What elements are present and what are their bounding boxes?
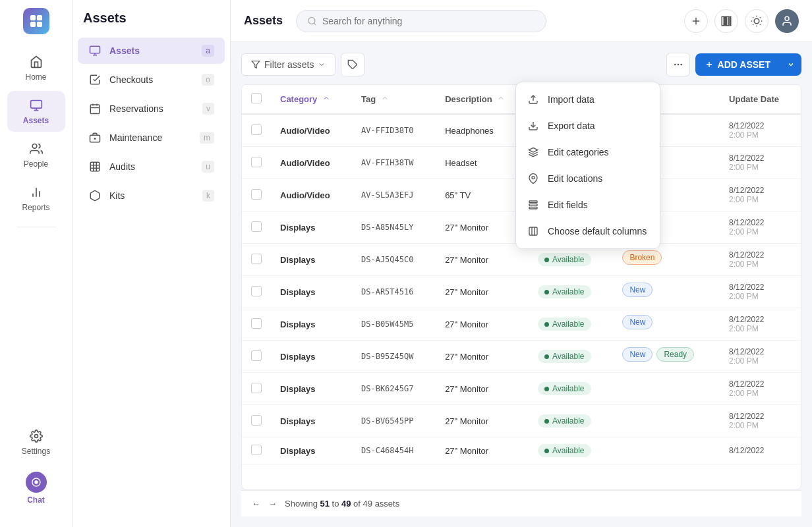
column-category[interactable]: Category <box>271 85 352 114</box>
app-logo <box>23 8 49 34</box>
column-update-date: Update Date <box>720 85 801 114</box>
row-checkbox[interactable] <box>251 157 262 167</box>
status-badge: Available <box>538 318 591 331</box>
chevron-down-icon <box>318 61 326 69</box>
settings-icon <box>28 428 44 444</box>
tag-button[interactable] <box>341 53 364 76</box>
row-checkbox-cell <box>242 211 271 244</box>
svg-point-45 <box>785 16 789 20</box>
add-asset-dropdown-button[interactable] <box>780 55 801 74</box>
row-checkbox[interactable] <box>251 383 262 393</box>
table-row[interactable]: Displays DS-BV6545PP 27" Monitor Availab… <box>242 405 801 437</box>
add-asset-button[interactable]: ADD ASSET <box>695 53 801 76</box>
sub-nav-audits[interactable]: Audits u <box>78 153 225 180</box>
people-icon <box>28 141 44 157</box>
row-checkbox[interactable] <box>251 445 262 455</box>
table-row[interactable]: Displays DS-B95Z45QW 27" Monitor Availab… <box>242 341 801 373</box>
sidebar-item-reports[interactable]: Reports <box>7 178 65 219</box>
search-bar[interactable] <box>296 10 546 32</box>
row-category: Audio/Video <box>271 179 352 211</box>
row-checkbox[interactable] <box>251 415 262 426</box>
add-asset-main[interactable]: ADD ASSET <box>695 53 780 76</box>
sub-nav-maintenance[interactable]: Maintenance m <box>78 125 225 151</box>
row-checkbox-cell <box>242 276 271 308</box>
row-checkbox[interactable] <box>251 318 262 329</box>
dropdown-import[interactable]: Import data <box>516 86 660 113</box>
search-input[interactable] <box>322 16 535 26</box>
row-labels: New <box>613 276 720 304</box>
row-checkbox[interactable] <box>251 221 262 232</box>
sub-nav-reservations[interactable]: Reservations v <box>78 96 225 122</box>
select-all-checkbox[interactable] <box>251 93 262 103</box>
column-tag[interactable]: Tag <box>352 85 436 114</box>
svg-rect-57 <box>529 201 537 203</box>
row-checkbox[interactable] <box>251 254 262 264</box>
row-category: Displays <box>271 276 352 308</box>
row-date: 8/12/20222:00 PM <box>720 308 801 341</box>
sidebar-item-label-settings: Settings <box>22 447 50 456</box>
theme-button[interactable] <box>745 9 768 33</box>
sidebar-item-settings[interactable]: Settings <box>7 422 65 462</box>
row-description: 65" TV <box>436 179 529 211</box>
sidebar-item-assets[interactable]: Assets <box>7 91 65 132</box>
svg-line-29 <box>314 22 316 24</box>
sidebar-item-chat[interactable]: Chat <box>7 465 65 511</box>
sub-nav-label-assets: Assets <box>109 45 194 56</box>
select-all-header[interactable] <box>242 85 271 114</box>
row-checkbox-cell <box>242 147 271 179</box>
svg-point-50 <box>674 64 675 65</box>
dropdown-edit-categories[interactable]: Edit categories <box>516 139 660 165</box>
row-checkbox[interactable] <box>251 125 262 135</box>
row-checkbox[interactable] <box>251 350 262 361</box>
row-date: 8/12/20222:00 PM <box>720 341 801 373</box>
row-labels <box>613 405 720 418</box>
pagination-prev[interactable]: ← <box>252 499 260 509</box>
sidebar-item-people[interactable]: People <box>7 134 65 175</box>
row-category: Displays <box>271 211 352 244</box>
svg-rect-32 <box>722 16 724 26</box>
sub-nav-label-kits: Kits <box>109 190 194 201</box>
sub-nav-shortcut-maintenance: m <box>200 132 214 144</box>
kits-icon <box>88 189 102 202</box>
row-date: 8/12/20222:00 PM <box>720 405 801 437</box>
sub-nav-checkouts[interactable]: Checkouts o <box>78 67 225 93</box>
svg-rect-1 <box>37 15 42 20</box>
table-row[interactable]: Displays DS-BK6245G7 27" Monitor Availab… <box>242 373 801 405</box>
row-tag: DS-AJ5Q45C0 <box>352 244 436 276</box>
row-category: Displays <box>271 341 352 373</box>
table-row[interactable]: Displays DS-C468454H 27" Monitor Availab… <box>242 437 801 464</box>
status-badge: Available <box>538 253 591 266</box>
table-row[interactable]: Displays DS-B05W45M5 27" Monitor Availab… <box>242 308 801 341</box>
row-category: Audio/Video <box>271 147 352 179</box>
column-description[interactable]: Description <box>436 85 529 114</box>
avatar[interactable] <box>775 9 799 33</box>
topbar: Assets <box>231 0 812 42</box>
dropdown-edit-locations[interactable]: Edit locations <box>516 165 660 192</box>
dropdown-edit-categories-label: Edit categories <box>548 147 609 157</box>
sidebar-item-home[interactable]: Home <box>7 47 65 88</box>
sub-nav-label-checkouts: Checkouts <box>109 74 194 85</box>
dropdown-edit-fields[interactable]: Edit fields <box>516 192 660 218</box>
dropdown-default-columns[interactable]: Choose default columns <box>516 218 660 244</box>
sub-nav-assets[interactable]: Assets a <box>78 38 225 64</box>
sidebar-item-label-people: People <box>24 159 48 169</box>
svg-rect-34 <box>727 16 729 26</box>
table-row[interactable]: Displays DS-AR5T4516 27" Monitor Availab… <box>242 276 801 308</box>
sub-nav-kits[interactable]: Kits k <box>78 182 225 209</box>
row-checkbox-cell <box>242 341 271 373</box>
sub-nav-shortcut-kits: k <box>202 190 214 202</box>
sort-icon-desc <box>497 94 505 102</box>
dropdown-export[interactable]: Export data <box>516 113 660 139</box>
audits-icon <box>88 160 102 173</box>
row-checkbox[interactable] <box>251 189 262 200</box>
filter-button[interactable]: Filter assets <box>241 53 335 76</box>
more-options-button[interactable] <box>666 53 690 76</box>
barcode-button[interactable] <box>714 9 738 33</box>
row-checkbox[interactable] <box>251 286 262 296</box>
sub-nav-shortcut-reservations: v <box>202 103 214 115</box>
row-status: Available <box>529 405 613 437</box>
svg-marker-55 <box>529 148 537 152</box>
svg-rect-13 <box>90 46 100 53</box>
pagination-next[interactable]: → <box>268 499 277 509</box>
add-button[interactable] <box>684 9 708 33</box>
